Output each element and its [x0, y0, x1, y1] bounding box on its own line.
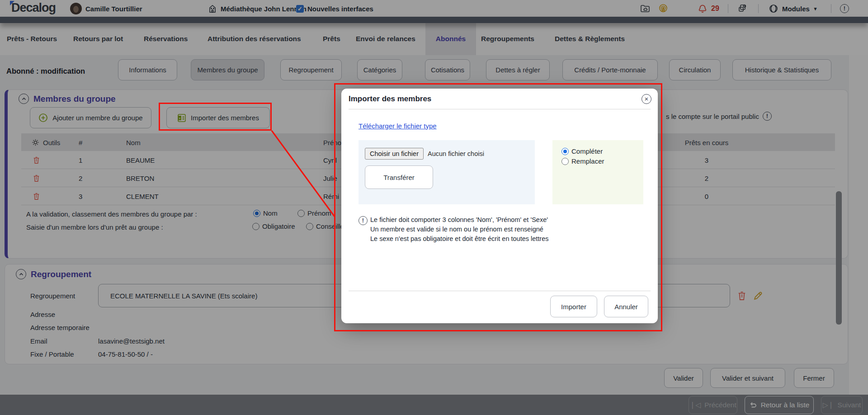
- import-mode-panel: Compléter Remplacer: [552, 140, 643, 204]
- cancel-button[interactable]: Annuler: [604, 296, 648, 317]
- info-line: Le sexe n'est pas obligatoire et doit êt…: [370, 234, 549, 244]
- modal-close-icon[interactable]: ×: [642, 94, 651, 104]
- modal-title: Importer des membres: [349, 94, 431, 104]
- import-confirm-button[interactable]: Importer: [550, 296, 597, 317]
- radio-icon[interactable]: [561, 158, 569, 165]
- radio-selected-icon[interactable]: [561, 148, 569, 155]
- info-line: Le fichier doit comporter 3 colonnes 'No…: [370, 215, 549, 225]
- info-icon: !: [359, 216, 368, 225]
- import-info-text: Le fichier doit comporter 3 colonnes 'No…: [370, 215, 549, 244]
- file-status-text: Aucun fichier choisi: [428, 150, 484, 157]
- radio-label: Compléter: [571, 147, 603, 155]
- transfer-button[interactable]: Transférer: [365, 165, 433, 189]
- modal-footer-divider: [349, 291, 651, 291]
- app-screen: Decalog Camille Tourtillier Médiathèque …: [0, 0, 868, 415]
- mode-option-completer[interactable]: Compléter: [561, 147, 604, 155]
- modal-header-divider: [349, 109, 651, 109]
- choose-file-button[interactable]: Choisir un fichier: [365, 148, 424, 160]
- import-members-modal: Importer des membres × Télécharger le fi…: [341, 89, 658, 323]
- radio-label: Remplacer: [571, 157, 604, 165]
- download-template-link[interactable]: Télécharger le fichier type: [359, 122, 437, 130]
- mode-option-remplacer[interactable]: Remplacer: [561, 157, 604, 165]
- info-line: Un membre est valide si le nom ou le pré…: [370, 225, 549, 234]
- file-upload-panel: Choisir un fichier Aucun fichier choisi …: [359, 140, 535, 204]
- file-input[interactable]: Choisir un fichier Aucun fichier choisi: [365, 148, 484, 160]
